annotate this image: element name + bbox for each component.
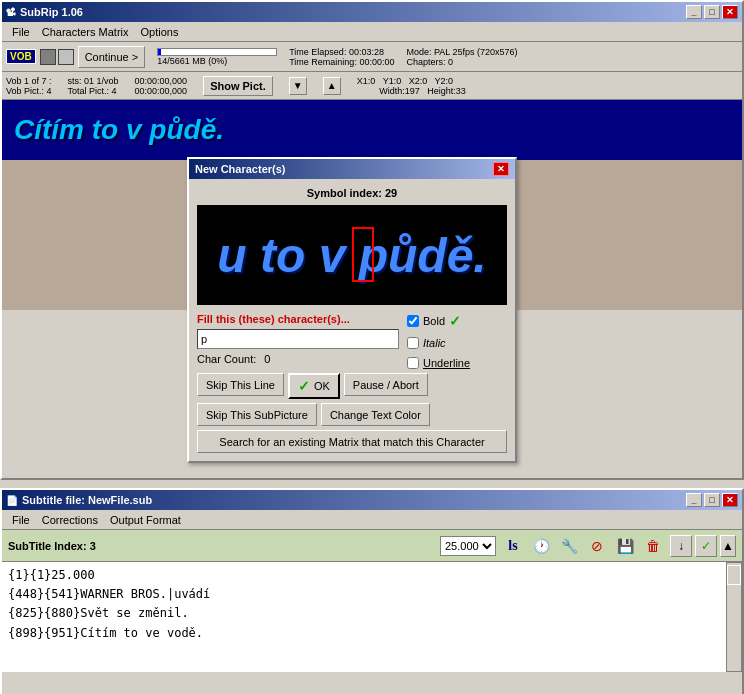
form-area: Fill this (these) character(s)... Char C… (197, 313, 507, 453)
mode-label: Mode: PAL 25fps (720x576) (406, 47, 517, 57)
italic-checkbox[interactable] (407, 337, 419, 349)
toolbar-icon2 (58, 49, 74, 65)
maximize-button[interactable]: □ (704, 5, 720, 19)
subtitle-title-buttons: _ □ ✕ (686, 493, 738, 507)
height-label: Height:33 (427, 86, 466, 96)
subtitle-icon-clock[interactable]: 🕐 (530, 535, 552, 557)
char-highlight-box (352, 227, 374, 282)
main-window: 📽 SubRip 1.06 _ □ ✕ File Characters Matr… (0, 0, 744, 480)
down-arrow-button[interactable]: ▼ (289, 77, 307, 95)
time-elapsed: Time Elapsed: 00:03:28 (289, 47, 394, 57)
y2-label: Y2:0 (435, 76, 454, 86)
char-count-value: 0 (264, 353, 270, 365)
sts-info: sts: 01 1/vob Total Pict.: 4 (68, 76, 119, 96)
subtitle-title-text: Subtitle file: NewFile.sub (22, 494, 152, 506)
dialog-body: Symbol index: 29 u to v půdě. Fill this … (189, 179, 515, 461)
progress-bar (157, 48, 277, 56)
subtitle-preview-text: Cítím to v půdě. (14, 114, 224, 146)
new-character-dialog: New Character(s) ✕ Symbol index: 29 u to… (187, 157, 517, 463)
subtitle-toolbar: SubTitle Index: 3 25.000 ls 🕐 🔧 ⊘ 💾 🗑 ↓ … (2, 530, 742, 562)
coord-row1: X1:0 Y1:0 X2:0 Y2:0 (357, 76, 466, 86)
main-title: SubRip 1.06 (20, 6, 83, 18)
subtitle-line-3: {825}{880}Svět se změnil. (8, 604, 720, 623)
char-count-label: Char Count: (197, 353, 256, 365)
show-pict-button[interactable]: Show Pict. (203, 76, 273, 96)
toolbar-icon1 (40, 49, 56, 65)
symbol-index-label: Symbol index: 29 (197, 187, 507, 199)
continue-button[interactable]: Continue > (78, 46, 146, 68)
vob-info: Vob 1 of 7 : Vob Pict.: 4 (6, 76, 52, 96)
subtitle-icon-trash[interactable]: 🗑 (642, 535, 664, 557)
subtitle-nav-down[interactable]: ↓ (670, 535, 692, 557)
x2-label: X2:0 (409, 76, 428, 86)
subtitle-text-content[interactable]: {1}{1}25.000 {448}{541}WARNER BROS.|uvád… (2, 562, 726, 672)
subtitle-nav-check[interactable]: ✓ (695, 535, 717, 557)
vob-info-text: Vob 1 of 7 : (6, 76, 52, 86)
minimize-button[interactable]: _ (686, 5, 702, 19)
vob-badge: VOB (6, 49, 36, 64)
form-and-checkboxes: Fill this (these) character(s)... Char C… (197, 313, 507, 373)
menu-bar: File Characters Matrix Options (2, 22, 742, 42)
subtitle-scrollbar[interactable] (726, 562, 742, 672)
scroll-thumb (727, 565, 741, 585)
subtitle-nav-scrollup[interactable]: ▲ (720, 535, 736, 557)
subtitle-maximize-button[interactable]: □ (704, 493, 720, 507)
button-row-2: Skip This SubPicture Change Text Color (197, 403, 507, 426)
pause-abort-button[interactable]: Pause / Abort (344, 373, 428, 396)
status-bar: Vob 1 of 7 : Vob Pict.: 4 sts: 01 1/vob … (2, 72, 742, 100)
sts-text: sts: 01 1/vob (68, 76, 119, 86)
italic-checkbox-row: Italic (407, 337, 507, 349)
subtitle-index-label: SubTitle Index: 3 (8, 540, 434, 552)
progress-area: 14/5661 MB (0%) (157, 48, 277, 66)
underline-label: Underline (423, 357, 470, 369)
main-title-bar: 📽 SubRip 1.06 _ □ ✕ (2, 2, 742, 22)
button-row-1: Skip This Line ✓ OK Pause / Abort (197, 373, 507, 399)
close-button[interactable]: ✕ (722, 5, 738, 19)
coord-row2: Width:197 Height:33 (357, 86, 466, 96)
dialog-title-text: New Character(s) (195, 163, 285, 175)
time-info: 00:00:00,000 00:00:00,000 (135, 76, 188, 96)
bold-checkbox-row: Bold ✓ (407, 313, 507, 329)
subtitle-preview: Cítím to v půdě. (2, 100, 742, 160)
time2: 00:00:00,000 (135, 86, 188, 96)
subtitle-content-area: {1}{1}25.000 {448}{541}WARNER BROS.|uvád… (2, 562, 742, 672)
ok-button[interactable]: ✓ OK (288, 373, 340, 399)
subtitle-icon-puzzle[interactable]: 🔧 (558, 535, 580, 557)
skip-subpicture-button[interactable]: Skip This SubPicture (197, 403, 317, 426)
subtitle-close-button[interactable]: ✕ (722, 493, 738, 507)
sub-menu-corrections[interactable]: Corrections (36, 512, 104, 528)
bold-checkbox[interactable] (407, 315, 419, 327)
subtitle-icon-prohibit[interactable]: ⊘ (586, 535, 608, 557)
menu-file[interactable]: File (6, 24, 36, 40)
fps-select[interactable]: 25.000 (440, 536, 496, 556)
change-color-button[interactable]: Change Text Color (321, 403, 430, 426)
toolbar: VOB Continue > 14/5661 MB (0%) Time Elap… (2, 42, 742, 72)
title-bar-buttons: _ □ ✕ (686, 5, 738, 19)
fill-input[interactable] (197, 329, 399, 349)
coords-area: X1:0 Y1:0 X2:0 Y2:0 Width:197 Height:33 (357, 76, 466, 96)
mode-area: Mode: PAL 25fps (720x576) Chapters: 0 (406, 47, 517, 67)
vob-pict-text: Vob Pict.: 4 (6, 86, 52, 96)
bold-check-indicator: ✓ (449, 313, 461, 329)
sub-menu-output-format[interactable]: Output Format (104, 512, 187, 528)
menu-options[interactable]: Options (135, 24, 185, 40)
menu-characters-matrix[interactable]: Characters Matrix (36, 24, 135, 40)
subtitle-icon-ls[interactable]: ls (502, 535, 524, 557)
skip-line-button[interactable]: Skip This Line (197, 373, 284, 396)
total-pict-text: Total Pict.: 4 (68, 86, 119, 96)
search-matrix-button[interactable]: Search for an existing Matrix that match… (197, 430, 507, 453)
bold-label: Bold (423, 315, 445, 327)
checkboxes-area: Bold ✓ Italic Underline (407, 313, 507, 373)
subtitle-title-content: 📄 Subtitle file: NewFile.sub (6, 494, 152, 506)
dialog-close-button[interactable]: ✕ (493, 162, 509, 176)
subtitle-window: 📄 Subtitle file: NewFile.sub _ □ ✕ File … (0, 488, 744, 694)
underline-checkbox-row: Underline (407, 357, 507, 369)
subtitle-minimize-button[interactable]: _ (686, 493, 702, 507)
subtitle-menu-bar: File Corrections Output Format (2, 510, 742, 530)
underline-checkbox[interactable] (407, 357, 419, 369)
sub-menu-file[interactable]: File (6, 512, 36, 528)
y1-label: Y1:0 (383, 76, 402, 86)
up-arrow-button[interactable]: ▲ (323, 77, 341, 95)
subtitle-icon-save[interactable]: 💾 (614, 535, 636, 557)
italic-label: Italic (423, 337, 446, 349)
